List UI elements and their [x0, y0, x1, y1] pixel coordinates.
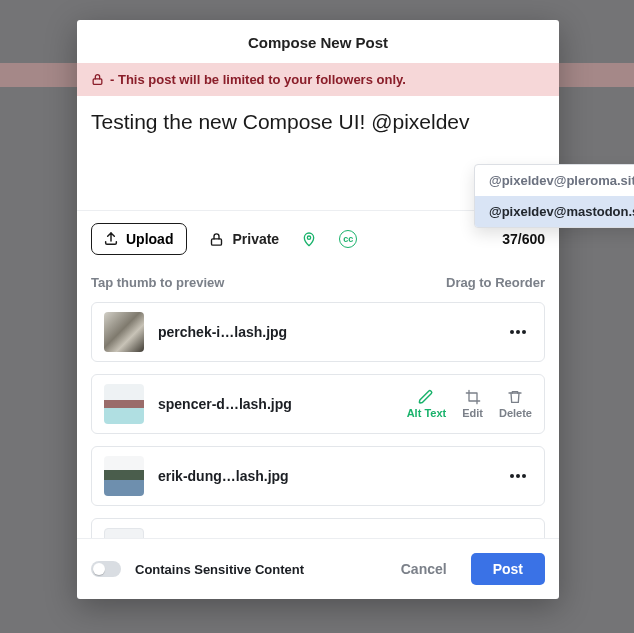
lock-icon [91, 73, 104, 86]
compose-footer: Contains Sensitive Content Cancel Post [77, 538, 559, 599]
attachment-card[interactable]: erik-dung…lash.jpg [91, 446, 545, 506]
upload-button[interactable]: Upload [91, 223, 187, 255]
attachment-thumb[interactable] [104, 312, 144, 352]
svg-rect-1 [212, 238, 222, 244]
mention-suggestion-item[interactable]: @pixeldev@mastodon.social [475, 196, 634, 227]
cancel-button[interactable]: Cancel [391, 553, 457, 585]
location-pin-icon[interactable] [301, 231, 317, 247]
attachment-thumb[interactable] [104, 456, 144, 496]
attachment-menu-button[interactable] [504, 330, 532, 334]
lock-icon [209, 232, 224, 247]
character-counter: 37/600 [502, 231, 545, 247]
trash-icon [507, 389, 523, 405]
privacy-warning-text: - This post will be limited to your foll… [110, 72, 406, 87]
modal-title: Compose New Post [77, 20, 559, 63]
sensitive-content-label: Contains Sensitive Content [135, 562, 304, 577]
attachments-section: Tap thumb to preview Drag to Reorder per… [77, 269, 559, 538]
svg-point-2 [307, 236, 310, 239]
post-button[interactable]: Post [471, 553, 545, 585]
attachment-card[interactable]: perchek-i…lash.jpg [91, 302, 545, 362]
attachment-menu-button[interactable] [504, 474, 532, 478]
mention-suggestions-popover: @pixeldev@pleroma.site @pixeldev@mastodo… [474, 164, 634, 228]
sensitive-content-toggle[interactable] [91, 561, 121, 577]
upload-icon [103, 231, 119, 247]
privacy-label: Private [232, 231, 279, 247]
privacy-warning-banner: - This post will be limited to your foll… [77, 63, 559, 96]
attachment-filename: perchek-i…lash.jpg [158, 324, 490, 340]
mention-suggestion-item[interactable]: @pixeldev@pleroma.site [475, 165, 634, 196]
attachment-filename: spencer-d…lash.jpg [158, 396, 393, 412]
attachment-thumb[interactable] [104, 528, 144, 538]
alt-text-button[interactable]: Alt Text [407, 389, 447, 419]
attachment-card[interactable]: spencer-d…lash.jpg Alt Text Edit Dele [91, 374, 545, 434]
attachment-thumb[interactable] [104, 384, 144, 424]
attachments-hints: Tap thumb to preview Drag to Reorder [91, 269, 545, 302]
license-cc-icon[interactable]: cc [339, 230, 357, 248]
upload-label: Upload [126, 231, 173, 247]
svg-rect-0 [93, 79, 102, 84]
pencil-icon [418, 389, 434, 405]
privacy-selector[interactable]: Private [209, 231, 279, 247]
attachment-actions: Alt Text Edit Delete [407, 389, 532, 419]
attachment-filename: erik-dung…lash.jpg [158, 468, 490, 484]
crop-icon [465, 389, 481, 405]
attachment-card[interactable] [91, 518, 545, 538]
delete-button[interactable]: Delete [499, 389, 532, 419]
hint-preview: Tap thumb to preview [91, 275, 224, 290]
compose-modal: Compose New Post - This post will be lim… [77, 20, 559, 599]
hint-reorder: Drag to Reorder [446, 275, 545, 290]
edit-button[interactable]: Edit [462, 389, 483, 419]
